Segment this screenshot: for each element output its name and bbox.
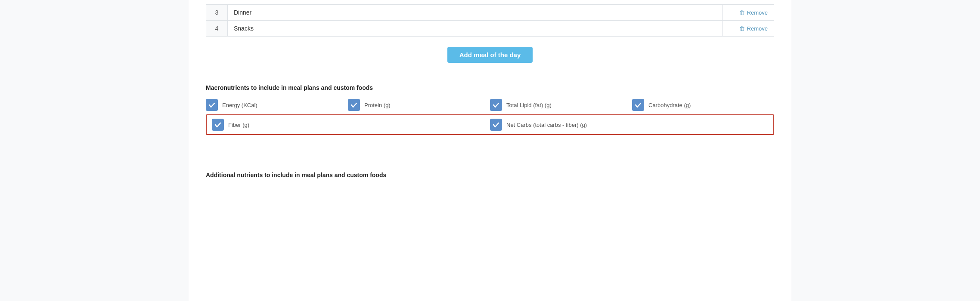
- macronutrient-item: Protein (g): [348, 99, 490, 111]
- row-id: 3: [206, 5, 228, 21]
- row-meal-name: Snacks: [228, 21, 723, 37]
- trash-icon: 🗑: [739, 9, 745, 16]
- check-icon: [214, 121, 221, 128]
- checkbox-label: Fiber (g): [228, 122, 249, 128]
- checkbox-label: Energy (KCal): [222, 102, 257, 108]
- trash-icon: 🗑: [739, 25, 745, 32]
- row-meal-name: Dinner: [228, 5, 723, 21]
- macronutrient-item: Energy (KCal): [206, 99, 348, 111]
- row-remove-cell: 🗑 Remove: [723, 21, 774, 37]
- checkbox-label: Net Carbs (total carbs - fiber) (g): [506, 122, 587, 128]
- checkbox-label: Total Lipid (fat) (g): [506, 102, 552, 108]
- check-icon: [350, 101, 357, 108]
- remove-button[interactable]: 🗑 Remove: [739, 25, 768, 32]
- macronutrient-item-highlighted: Net Carbs (total carbs - fiber) (g): [490, 119, 768, 131]
- checkbox[interactable]: [348, 99, 360, 111]
- meals-table-section: 3 Dinner 🗑 Remove 4 Snacks 🗑 Remove: [206, 0, 774, 37]
- table-row: 4 Snacks 🗑 Remove: [206, 21, 774, 37]
- check-icon: [493, 121, 499, 128]
- remove-label: Remove: [747, 9, 768, 16]
- macronutrient-item: Total Lipid (fat) (g): [490, 99, 632, 111]
- row-id: 4: [206, 21, 228, 37]
- remove-button[interactable]: 🗑 Remove: [739, 9, 768, 16]
- section-divider: [206, 149, 774, 149]
- remove-label: Remove: [747, 25, 768, 32]
- macronutrients-section: Macronutrients to include in meal plans …: [206, 80, 774, 135]
- checkbox[interactable]: [212, 119, 224, 131]
- checkbox[interactable]: [206, 99, 218, 111]
- row-remove-cell: 🗑 Remove: [723, 5, 774, 21]
- page-container: 3 Dinner 🗑 Remove 4 Snacks 🗑 Remove Add …: [189, 0, 791, 301]
- macronutrient-item-highlighted: Fiber (g): [212, 119, 490, 131]
- checkbox-label: Protein (g): [364, 102, 391, 108]
- macronutrients-highlighted-row: Fiber (g) Net Carbs (total carbs - fiber…: [206, 114, 774, 135]
- checkbox-label: Carbohydrate (g): [648, 102, 691, 108]
- checkbox[interactable]: [632, 99, 644, 111]
- add-meal-button-row: Add meal of the day: [206, 37, 774, 80]
- macronutrients-title: Macronutrients to include in meal plans …: [206, 84, 774, 91]
- checkbox[interactable]: [490, 119, 502, 131]
- check-icon: [635, 101, 642, 108]
- table-row: 3 Dinner 🗑 Remove: [206, 5, 774, 21]
- check-icon: [208, 101, 215, 108]
- macronutrient-item: Carbohydrate (g): [632, 99, 774, 111]
- checkbox[interactable]: [490, 99, 502, 111]
- additional-nutrients-title: Additional nutrients to include in meal …: [206, 172, 774, 178]
- check-icon: [493, 101, 499, 108]
- meals-table: 3 Dinner 🗑 Remove 4 Snacks 🗑 Remove: [206, 4, 774, 37]
- macronutrients-row1: Energy (KCal) Protein (g) Total Lipid (f…: [206, 99, 774, 111]
- add-meal-button[interactable]: Add meal of the day: [447, 47, 533, 63]
- additional-nutrients-section: Additional nutrients to include in meal …: [206, 158, 774, 178]
